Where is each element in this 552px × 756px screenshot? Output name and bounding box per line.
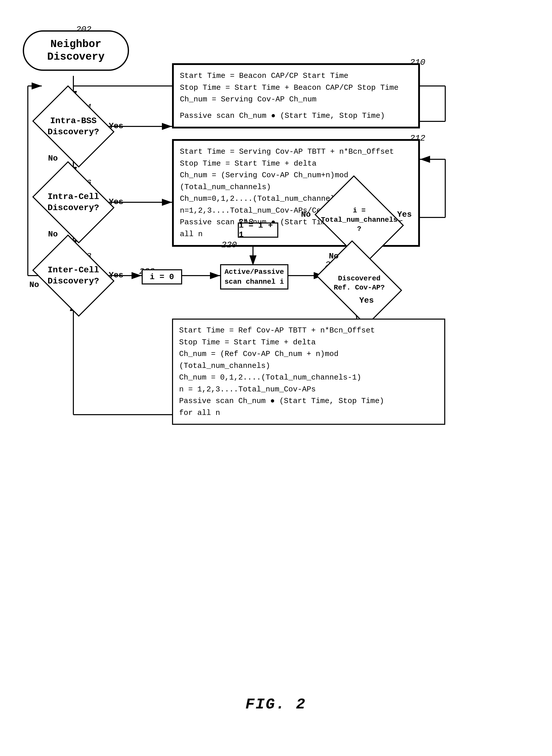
fig-label: FIG. 2 xyxy=(245,696,306,713)
yes-label-204: Yes xyxy=(109,121,123,131)
box-224-line8: for all n xyxy=(179,407,438,419)
start-node-label: Neighbor Discovery xyxy=(24,38,128,63)
yes-label-208: Yes xyxy=(109,270,123,280)
diamond-208-label: Inter-CellDiscovery? xyxy=(47,264,99,287)
diamond-214-label: i =Total_num_channels? xyxy=(321,206,397,234)
yes-label-216: Yes xyxy=(359,296,374,305)
no-label-208: No xyxy=(29,280,39,290)
diagram-container: 202 Neighbor Discovery 204 Intra-BSSDisc… xyxy=(15,15,536,723)
yes-label-214: Yes xyxy=(397,210,412,219)
box-222-label: i = 0 xyxy=(150,272,174,282)
box-220: Active/Passive scan channel i xyxy=(220,264,288,290)
box-218-label: i = i + 1 xyxy=(239,221,277,239)
box-222: i = 0 xyxy=(142,269,182,285)
box-212-line4: (Total_num_channels) xyxy=(180,181,412,193)
box-224-line3: Ch_num = (Ref Cov-AP Ch_num + n)mod xyxy=(179,348,438,360)
box-224-line4: (Total_num_channels) xyxy=(179,360,438,372)
box-224: Start Time = Ref Cov-AP TBTT + n*Bcn_Off… xyxy=(172,319,445,425)
box-212-line1: Start Time = Serving Cov-AP TBTT + n*Bcn… xyxy=(180,146,412,158)
box-210-line3: Ch_num = Serving Cov-AP Ch_num xyxy=(180,93,412,106)
no-label-214: No xyxy=(301,210,311,219)
box-224-line2: Stop Time = Start Time + delta xyxy=(179,337,438,348)
box-210-line5: Passive scan Ch_num ● (Start Time, Stop … xyxy=(180,110,412,122)
box-224-line1: Start Time = Ref Cov-AP TBTT + n*Bcn_Off… xyxy=(179,325,438,337)
diamond-204-label: Intra-BSSDiscovery? xyxy=(47,115,99,138)
no-label-206: No xyxy=(48,230,58,239)
box-210: Start Time = Beacon CAP/CP Start Time St… xyxy=(172,63,420,129)
box-210-line2: Stop Time = Start Time + Beacon CAP/CP S… xyxy=(180,82,412,94)
yes-label-206: Yes xyxy=(109,197,123,207)
box-224-line7: Passive scan Ch_num ● (Start Time, Stop … xyxy=(179,395,438,407)
diamond-208: Inter-CellDiscovery? xyxy=(40,250,106,301)
box-218: i = i + 1 xyxy=(238,222,278,238)
diamond-206-label: Intra-CellDiscovery? xyxy=(47,191,99,213)
box-220-label: Active/Passive scan channel i xyxy=(221,267,287,287)
box-210-line1: Start Time = Beacon CAP/CP Start Time xyxy=(180,70,412,82)
box-224-line6: n = 1,2,3....Total_num_Cov-APs xyxy=(179,384,438,395)
ref-220: 220 xyxy=(221,240,237,250)
no-label-204: No xyxy=(48,154,58,163)
box-212-line3: Ch_num = (Serving Cov-AP Ch_num+n)mod xyxy=(180,169,412,181)
diamond-214: i =Total_num_channels? xyxy=(324,192,395,248)
box-224-line5: Ch_num = 0,1,2....(Total_num_channels-1) xyxy=(179,372,438,384)
diamond-204: Intra-BSSDiscovery? xyxy=(40,101,106,152)
no-label-216: No xyxy=(329,251,338,261)
diamond-216-label: DiscoveredRef. Cov-AP? xyxy=(334,274,385,293)
start-node: Neighbor Discovery xyxy=(23,30,129,71)
diamond-206: Intra-CellDiscovery? xyxy=(40,177,106,227)
box-212-line2: Stop Time = Start Time + delta xyxy=(180,158,412,170)
